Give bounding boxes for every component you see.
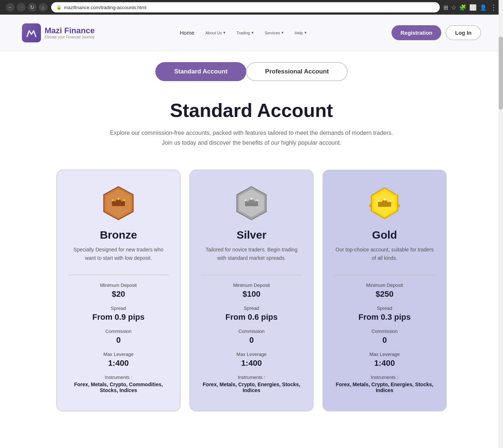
extensions-icon[interactable]: ⊞ xyxy=(443,4,448,11)
nav-help[interactable]: Help▾ xyxy=(295,30,307,35)
scrollbar[interactable] xyxy=(499,0,503,433)
logo: Mazi Finance Elevate your Financial Jour… xyxy=(22,23,95,42)
section-title: Standard Account xyxy=(7,99,496,121)
bronze-min-deposit: Minimum Deposit $20 xyxy=(68,282,169,299)
svg-rect-20 xyxy=(378,205,391,207)
professional-account-tab[interactable]: Professional Account xyxy=(246,62,348,81)
gold-instruments: Instruments : Forex, Metals, Crypto, Ene… xyxy=(334,375,435,393)
svg-point-11 xyxy=(250,198,253,200)
svg-point-4 xyxy=(117,198,120,200)
svg-point-6 xyxy=(124,200,125,201)
silver-spread: Spread From 0.6 pips xyxy=(201,305,302,322)
registration-button[interactable]: Registration xyxy=(392,25,441,40)
svg-rect-9 xyxy=(245,204,258,206)
nav-trading[interactable]: Trading▾ xyxy=(237,30,254,35)
section-heading: Standard Account Explore our commission-… xyxy=(0,81,503,155)
silver-title: Silver xyxy=(201,229,302,241)
scrollbar-thumb[interactable] xyxy=(499,37,503,110)
puzzle-icon[interactable]: 🧩 xyxy=(459,4,466,11)
nav-home[interactable]: Home xyxy=(180,30,194,36)
nav-about[interactable]: About Us▾ xyxy=(205,30,226,35)
login-button[interactable]: Log In xyxy=(446,25,481,40)
silver-commission: Commission 0 xyxy=(201,329,302,345)
bronze-commission: Commission 0 xyxy=(68,329,169,345)
gold-icon xyxy=(366,185,403,221)
address-bar[interactable]: 🔒 mazifinance.com/trading-accounts.html xyxy=(51,2,440,12)
standard-account-tab[interactable]: Standard Account xyxy=(155,62,247,81)
svg-point-23 xyxy=(378,200,380,202)
svg-point-5 xyxy=(112,200,114,201)
silver-card: Silver Tailored for novice traders. Begi… xyxy=(189,170,314,411)
lock-icon: 🔒 xyxy=(56,5,62,10)
window-icon[interactable]: ⬜ xyxy=(469,4,477,11)
account-cards: Bronze Specially Designed for new trader… xyxy=(0,155,503,433)
silver-desc: Tailored for novice traders. Begin tradi… xyxy=(201,246,302,267)
gold-spread: Spread From 0.3 pips xyxy=(334,305,435,322)
silver-icon xyxy=(233,185,270,221)
navbar: Mazi Finance Elevate your Financial Jour… xyxy=(0,15,503,51)
bronze-leverage: Max Leverage 1:400 xyxy=(68,352,169,368)
nav-buttons: Registration Log In xyxy=(392,25,481,40)
bronze-spread: Spread From 0.9 pips xyxy=(68,305,169,322)
nav-services[interactable]: Services▾ xyxy=(265,30,284,35)
bronze-card: Bronze Specially Designed for new trader… xyxy=(56,170,181,411)
silver-min-deposit: Minimum Deposit $100 xyxy=(201,282,302,299)
back-button[interactable]: ← xyxy=(6,3,15,12)
gold-title: Gold xyxy=(334,229,435,241)
silver-instruments: Instruments : Forex, Metals, Crypto, Ene… xyxy=(201,375,302,393)
section-desc1: Explore our commission-free accounts, pa… xyxy=(7,128,496,138)
profile-icon[interactable]: 👤 xyxy=(480,4,487,11)
silver-leverage: Max Leverage 1:400 xyxy=(201,352,302,368)
nav-links: Home About Us▾ Trading▾ Services▾ Help▾ xyxy=(180,30,307,36)
brand-tagline: Elevate your Financial Journey xyxy=(45,35,95,39)
bronze-instruments: Instruments : Forex, Metals, Crypto, Com… xyxy=(68,375,169,393)
reload-button[interactable]: ↻ xyxy=(28,3,37,12)
account-tabs: Standard Account Professional Account xyxy=(0,51,503,81)
logo-icon xyxy=(22,23,41,42)
bronze-desc: Specially Designed for new traders who w… xyxy=(68,246,169,267)
gold-min-deposit: Minimum Deposit $250 xyxy=(334,282,435,299)
gold-card: Gold Our top-choice account, suitable fo… xyxy=(322,170,447,411)
bronze-icon xyxy=(100,185,137,221)
svg-rect-2 xyxy=(112,204,125,206)
home-button[interactable]: ⌂ xyxy=(39,3,48,12)
svg-point-13 xyxy=(257,200,258,201)
section-desc2: Join us today and discover the benefits … xyxy=(7,138,496,148)
forward-button[interactable]: → xyxy=(17,3,26,12)
url-text: mazifinance.com/trading-accounts.html xyxy=(64,5,146,10)
bronze-title: Bronze xyxy=(68,229,169,241)
svg-point-24 xyxy=(390,200,392,202)
gold-leverage: Max Leverage 1:400 xyxy=(334,352,435,368)
brand-name: Mazi Finance xyxy=(45,26,95,35)
menu-icon[interactable]: ⋮ xyxy=(490,3,497,12)
bookmark-icon[interactable]: ☆ xyxy=(451,4,456,11)
gold-desc: Our top-choice account, suitable for tra… xyxy=(334,246,435,267)
svg-point-22 xyxy=(383,198,386,201)
svg-point-12 xyxy=(245,200,247,201)
gold-commission: Commission 0 xyxy=(334,329,435,345)
